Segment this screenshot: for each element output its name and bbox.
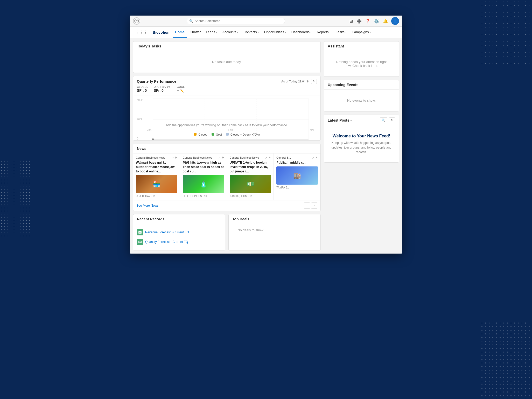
news-outlet-2: FOX BUSINESS · 1h [183,195,224,198]
nav-item-contacts[interactable]: Contacts ▾ [241,27,261,38]
avatar-button[interactable]: 👤 [391,17,399,25]
performance-header: Quarterly Performance As of Today 22:04:… [133,76,320,95]
bell-icon: 🔔 [383,19,388,24]
nav-opportunities-label: Opportunities [264,30,284,34]
y-label-200k: 200k [137,118,143,121]
news-outlet-3: NASDAQ.COM · 1h [230,195,271,198]
dot-decoration-right-top [480,0,532,65]
tasks-header: Today's Tasks [133,41,320,51]
refresh-button[interactable]: ↻ [311,79,317,84]
opp-chevron-icon: ▾ [285,31,286,33]
nav-item-leads[interactable]: Leads ▾ [203,27,220,38]
nav-item-accounts[interactable]: Accounts ▾ [220,27,241,38]
nav-leads-label: Leads [206,30,215,34]
latest-posts-chevron-icon[interactable]: ▾ [350,119,352,122]
svg-rect-9 [138,231,142,234]
avatar-icon: 👤 [393,19,397,23]
metric-goal: GOAL -- ✏️ [177,86,185,93]
top-deals-header: Top Deals [229,214,320,224]
record-link-2[interactable]: Quantity Forecast - Current FQ [145,240,188,244]
nav-brand[interactable]: Biovotion [150,27,173,38]
chart-area: 400k 200k 0 [133,95,320,140]
news-feed-empty: Welcome to Your News Feed! Keep up with … [324,126,399,162]
news-source-row-2: General Business News ↗ ⚑ [183,156,224,159]
chart-y-labels: 400k 200k 0 [137,99,143,140]
nav-item-home[interactable]: Home [173,27,187,38]
news-next-button[interactable]: › [311,202,317,209]
latest-posts-left: Latest Posts ▾ [328,118,352,122]
help-button[interactable]: ❓ [365,18,371,24]
settings-button[interactable]: ⚙️ [374,18,380,24]
news-img-placeholder-2: 🧴 [200,180,207,188]
record-link-1[interactable]: Revenue Forecast - Current FQ [145,230,189,234]
news-actions-1: ↗ ⚑ [171,156,177,159]
content-area: Today's Tasks No tasks due today. Quarte… [130,38,402,254]
svg-point-8 [152,138,154,140]
news-source-row-1: General Business News ↗ ⚑ [136,156,177,159]
y-label-0: 0 [137,137,143,140]
flag-icon-3[interactable]: ⚑ [268,156,271,159]
logo-area [133,17,154,25]
flag-icon-4[interactable]: ⚑ [315,156,318,159]
news-item-4: General B... ↗ ⚑ Publix, h middle s... 🏬… [274,153,320,200]
nav-item-tasks[interactable]: Tasks ▾ [333,27,349,38]
top-actions: ⊞ ➕ ❓ ⚙️ 🔔 👤 [349,17,399,25]
news-title-1: Walmart buys quirky outdoor retailer Moo… [136,160,177,173]
search-bar: 🔍 [187,18,285,24]
nav-item-reports[interactable]: Reports ▾ [314,27,333,38]
latest-posts-card: Latest Posts ▾ 🔍 ↻ Welcome to Your News … [324,115,399,163]
news-prev-button[interactable]: ‹ [304,202,310,209]
bottom-row: Recent Records Revenue Forecast - Curren… [133,214,321,250]
top-bar: 🔍 ⊞ ➕ ❓ ⚙️ 🔔 👤 [130,16,402,27]
nav-accounts-label: Accounts [222,30,236,34]
nav-home-label: Home [175,30,185,34]
perf-timestamp: As of Today 22:04:34 ↻ [281,79,317,84]
assistant-header: Assistant [324,41,399,51]
nav-dashboards-label: Dashboards [291,30,310,34]
news-feed-title: Welcome to Your News Feed! [328,134,395,138]
grid-icon: ⊞ [349,19,353,24]
notifications-button[interactable]: 🔔 [382,18,389,24]
edit-icon[interactable]: ✏️ [180,89,184,92]
share-icon-2[interactable]: ↗ [218,156,221,159]
metric-goal-label: GOAL [177,86,185,88]
news-feed-description: Keep up with what's happening as you pos… [328,141,395,155]
nav-item-chatter[interactable]: Chatter [187,27,204,38]
leads-chevron-icon: ▾ [216,31,217,33]
flag-icon-2[interactable]: ⚑ [222,156,224,159]
news-actions-2: ↗ ⚑ [218,156,224,159]
accounts-chevron-icon: ▾ [237,31,238,33]
flag-icon-1[interactable]: ⚑ [175,156,177,159]
upcoming-events-body: No events to show. [324,90,399,111]
share-icon-4[interactable]: ↗ [312,156,314,159]
record-item-2[interactable]: Quantity Forecast - Current FQ [137,237,221,247]
share-icon-3[interactable]: ↗ [265,156,267,159]
news-img-placeholder-4: 🏬 [293,172,301,179]
latest-posts-actions: 🔍 ↻ [380,117,395,123]
nav-item-opportunities[interactable]: Opportunities ▾ [262,27,289,38]
posts-search-button[interactable]: 🔍 [380,117,387,123]
legend-goal-dot [212,133,214,136]
top-deals-title: Top Deals [232,217,249,221]
top-deals-card: Top Deals No deals to show. [228,214,321,250]
share-icon-1[interactable]: ↗ [171,156,174,159]
upcoming-events-header: Upcoming Events [324,80,399,90]
add-button[interactable]: ➕ [356,18,362,24]
nav-item-dashboards[interactable]: Dashboards ▾ [289,27,314,38]
record-icon-1 [137,229,143,235]
posts-refresh-button[interactable]: ↻ [389,117,395,123]
news-header: News [133,144,320,153]
search-input[interactable] [187,18,285,24]
nav-campaigns-label: Campaigns [352,30,369,34]
news-title-4: Publix, h middle s... [276,160,318,165]
record-item-1[interactable]: Revenue Forecast - Current FQ [137,228,221,237]
app-menu-icon[interactable]: ⋮⋮⋮ [133,27,150,38]
see-more-news-link[interactable]: See More News [136,204,158,207]
top-deals-body: No deals to show. [229,224,320,236]
main-column: Today's Tasks No tasks due today. Quarte… [133,41,321,250]
metric-closed-value: SFr. 0 [137,88,149,93]
nav-item-campaigns[interactable]: Campaigns ▾ [349,27,374,38]
grid-icon-button[interactable]: ⊞ [349,18,353,24]
news-source-row-3: General Business News ↗ ⚑ [230,156,271,159]
assistant-card: Assistant Nothing needs your attention r… [324,41,399,77]
